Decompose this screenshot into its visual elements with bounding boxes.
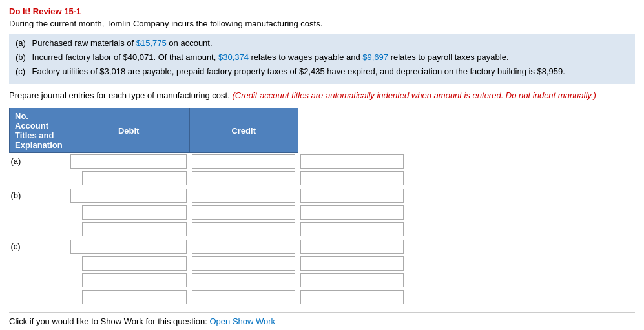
credit-cell [298,204,406,221]
account-input-c3[interactable] [82,273,187,287]
journal-table: No. Account Titles and Explanation Debit… [9,108,406,305]
table-row: (c) [10,238,407,256]
empty-label [10,221,68,238]
account-cell-indent [68,204,189,221]
debit-input-c1[interactable] [192,240,295,254]
open-show-work-link[interactable]: Open Show Work [209,316,275,326]
table-row [10,204,407,221]
table-row: (b) [10,187,407,205]
page-title: Do It! Review 15-1 [9,6,635,16]
account-cell-indent [68,272,189,289]
table-row [10,272,407,289]
credit-cell [298,272,406,289]
table-row: (a) [10,153,407,170]
section-label-b: (b) [10,187,68,205]
credit-input-b3[interactable] [300,222,404,236]
instruction-plain: Prepare journal entries for each type of… [9,90,232,100]
credit-input-c3[interactable] [300,273,404,287]
col-header-debit: Debit [68,108,189,153]
amount-b2: $9,697 [362,52,388,62]
account-input-a1[interactable] [70,154,187,169]
account-input-c4[interactable] [82,290,187,304]
problem-list: (a) Purchased raw materials of $15,775 o… [9,34,635,84]
credit-cell [298,255,406,272]
account-input-b3[interactable] [82,222,187,236]
credit-input-c2[interactable] [300,256,404,271]
problem-a: (a) Purchased raw materials of $15,775 o… [16,37,628,50]
table-row [10,221,407,238]
debit-cell [189,170,298,187]
table-row [10,170,407,187]
table-row [10,255,407,272]
credit-cell [298,187,406,205]
empty-label [10,289,68,305]
debit-cell [189,255,298,272]
debit-input-c3[interactable] [192,273,295,287]
debit-cell [189,238,298,256]
account-input-b1[interactable] [70,189,187,203]
account-cell-indent [68,289,189,305]
section-label-a: (a) [10,153,68,170]
problem-c: (c) Factory utilities of $3,018 are paya… [16,66,628,78]
debit-input-c2[interactable] [192,256,295,271]
account-cell [68,153,189,170]
debit-cell [189,187,298,205]
credit-input-b1[interactable] [300,189,404,203]
account-cell-indent [68,255,189,272]
col-header-no: No. Account Titles and Explanation [10,108,68,153]
credit-input-b2[interactable] [300,205,404,220]
account-input-b2[interactable] [82,205,187,220]
instruction-italic: (Credit account titles are automatically… [232,90,596,100]
show-work-bar: Click if you would like to Show Work for… [9,312,635,326]
empty-label [10,272,68,289]
account-input-c1[interactable] [70,240,187,254]
label-c: (c) [16,66,30,78]
debit-input-b3[interactable] [192,222,295,236]
account-cell [68,238,189,256]
empty-label [10,255,68,272]
col-header-credit: Credit [189,108,298,153]
debit-cell [189,272,298,289]
debit-cell [189,204,298,221]
label-a: (a) [16,37,30,50]
credit-cell [298,289,406,305]
amount-a: $15,775 [136,38,167,48]
account-input-c2[interactable] [82,256,187,271]
account-input-a2[interactable] [82,171,187,185]
credit-cell [298,238,406,256]
credit-input-c4[interactable] [300,290,404,304]
debit-input-a2[interactable] [192,171,295,185]
table-row [10,289,407,305]
credit-input-a1[interactable] [300,154,404,169]
problem-b: (b) Incurred factory labor of $40,071. O… [16,52,628,64]
debit-input-b1[interactable] [192,189,295,203]
empty-label [10,204,68,221]
debit-input-a1[interactable] [192,154,295,169]
intro-text: During the current month, Tomlin Company… [9,19,635,28]
show-work-label: Click if you would like to Show Work for… [9,316,207,326]
account-cell-indent [68,170,189,187]
account-cell [68,187,189,205]
instruction: Prepare journal entries for each type of… [9,89,635,102]
credit-input-a2[interactable] [300,171,404,185]
credit-cell [298,221,406,238]
label-b: (b) [16,52,30,64]
credit-cell [298,153,406,170]
debit-cell [189,221,298,238]
account-cell-indent [68,221,189,238]
amount-b1: $30,374 [218,52,249,62]
credit-input-c1[interactable] [300,240,404,254]
debit-cell [189,289,298,305]
debit-input-b2[interactable] [192,205,295,220]
section-label-c: (c) [10,238,68,256]
debit-input-c4[interactable] [192,290,295,304]
empty-label [10,170,68,187]
debit-cell [189,153,298,170]
credit-cell [298,170,406,187]
